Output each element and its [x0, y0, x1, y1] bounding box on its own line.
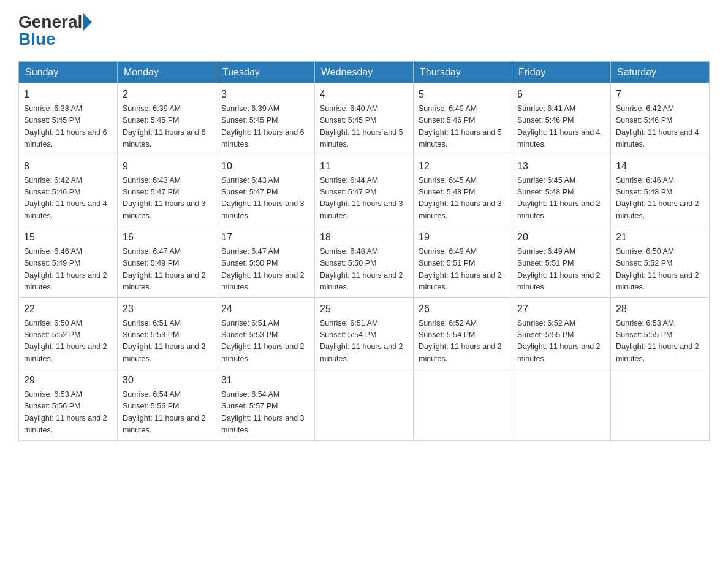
day-number: 30: [123, 373, 211, 388]
day-number: 6: [517, 87, 605, 102]
day-number: 16: [123, 230, 211, 245]
day-info: Sunrise: 6:45 AMSunset: 5:48 PMDaylight:…: [419, 175, 507, 223]
day-number: 22: [24, 302, 112, 316]
day-number: 12: [419, 159, 507, 174]
day-number: 31: [221, 373, 309, 388]
day-info: Sunrise: 6:44 AMSunset: 5:47 PMDaylight:…: [320, 175, 408, 223]
calendar-day-cell: 18Sunrise: 6:48 AMSunset: 5:50 PMDayligh…: [315, 226, 414, 298]
day-info: Sunrise: 6:49 AMSunset: 5:51 PMDaylight:…: [517, 246, 605, 294]
calendar-day-cell: 27Sunrise: 6:52 AMSunset: 5:55 PMDayligh…: [512, 297, 611, 369]
day-number: 8: [24, 159, 112, 174]
day-info: Sunrise: 6:51 AMSunset: 5:53 PMDaylight:…: [221, 318, 309, 366]
day-number: 28: [616, 302, 704, 316]
day-number: 17: [221, 230, 309, 245]
calendar-day-cell: 20Sunrise: 6:49 AMSunset: 5:51 PMDayligh…: [512, 226, 611, 298]
calendar-day-cell: 16Sunrise: 6:47 AMSunset: 5:49 PMDayligh…: [118, 226, 216, 298]
calendar-day-cell: 1Sunrise: 6:38 AMSunset: 5:45 PMDaylight…: [19, 83, 118, 155]
day-info: Sunrise: 6:49 AMSunset: 5:51 PMDaylight:…: [419, 246, 507, 294]
logo: General Blue: [18, 12, 92, 49]
calendar-day-cell: [414, 369, 512, 441]
calendar-day-cell: 26Sunrise: 6:52 AMSunset: 5:54 PMDayligh…: [414, 297, 512, 369]
day-number: 2: [123, 87, 211, 102]
day-info: Sunrise: 6:45 AMSunset: 5:48 PMDaylight:…: [517, 175, 605, 223]
calendar-day-cell: 11Sunrise: 6:44 AMSunset: 5:47 PMDayligh…: [315, 155, 414, 226]
calendar-day-cell: 9Sunrise: 6:43 AMSunset: 5:47 PMDaylight…: [118, 155, 216, 226]
day-number: 21: [616, 230, 704, 245]
calendar-day-cell: 15Sunrise: 6:46 AMSunset: 5:49 PMDayligh…: [19, 226, 118, 298]
calendar-day-cell: 4Sunrise: 6:40 AMSunset: 5:45 PMDaylight…: [315, 83, 414, 155]
calendar-day-cell: 21Sunrise: 6:50 AMSunset: 5:52 PMDayligh…: [611, 226, 710, 298]
weekday-header-sunday: Sunday: [19, 62, 118, 83]
calendar-week-row: 29Sunrise: 6:53 AMSunset: 5:56 PMDayligh…: [19, 369, 710, 441]
calendar-day-cell: 25Sunrise: 6:51 AMSunset: 5:54 PMDayligh…: [315, 297, 414, 369]
weekday-header-monday: Monday: [118, 62, 216, 83]
calendar-day-cell: 10Sunrise: 6:43 AMSunset: 5:47 PMDayligh…: [216, 155, 315, 226]
day-info: Sunrise: 6:43 AMSunset: 5:47 PMDaylight:…: [221, 175, 309, 223]
day-info: Sunrise: 6:54 AMSunset: 5:57 PMDaylight:…: [221, 389, 309, 437]
weekday-header-friday: Friday: [512, 62, 611, 83]
day-number: 7: [616, 87, 704, 102]
weekday-header-thursday: Thursday: [414, 62, 512, 83]
calendar-day-cell: 31Sunrise: 6:54 AMSunset: 5:57 PMDayligh…: [216, 369, 315, 441]
day-info: Sunrise: 6:51 AMSunset: 5:54 PMDaylight:…: [320, 318, 408, 366]
calendar-day-cell: 8Sunrise: 6:42 AMSunset: 5:46 PMDaylight…: [19, 155, 118, 226]
calendar-header-row: SundayMondayTuesdayWednesdayThursdayFrid…: [19, 62, 710, 83]
calendar-day-cell: 29Sunrise: 6:53 AMSunset: 5:56 PMDayligh…: [19, 369, 118, 441]
calendar-table: SundayMondayTuesdayWednesdayThursdayFrid…: [18, 61, 710, 441]
calendar-day-cell: 2Sunrise: 6:39 AMSunset: 5:45 PMDaylight…: [118, 83, 216, 155]
calendar-day-cell: 13Sunrise: 6:45 AMSunset: 5:48 PMDayligh…: [512, 155, 611, 226]
day-info: Sunrise: 6:52 AMSunset: 5:54 PMDaylight:…: [419, 318, 507, 366]
day-info: Sunrise: 6:42 AMSunset: 5:46 PMDaylight:…: [24, 175, 112, 223]
calendar-day-cell: 5Sunrise: 6:40 AMSunset: 5:46 PMDaylight…: [414, 83, 512, 155]
day-info: Sunrise: 6:39 AMSunset: 5:45 PMDaylight:…: [221, 103, 309, 151]
logo-blue-text: Blue: [18, 29, 56, 49]
day-info: Sunrise: 6:41 AMSunset: 5:46 PMDaylight:…: [517, 103, 605, 151]
day-info: Sunrise: 6:40 AMSunset: 5:45 PMDaylight:…: [320, 103, 408, 151]
day-info: Sunrise: 6:50 AMSunset: 5:52 PMDaylight:…: [616, 246, 704, 294]
calendar-day-cell: 12Sunrise: 6:45 AMSunset: 5:48 PMDayligh…: [414, 155, 512, 226]
day-info: Sunrise: 6:47 AMSunset: 5:50 PMDaylight:…: [221, 246, 309, 294]
day-number: 15: [24, 230, 112, 245]
day-number: 23: [123, 302, 211, 316]
day-number: 14: [616, 159, 704, 174]
day-info: Sunrise: 6:52 AMSunset: 5:55 PMDaylight:…: [517, 318, 605, 366]
day-info: Sunrise: 6:43 AMSunset: 5:47 PMDaylight:…: [123, 175, 211, 223]
day-info: Sunrise: 6:48 AMSunset: 5:50 PMDaylight:…: [320, 246, 408, 294]
day-info: Sunrise: 6:51 AMSunset: 5:53 PMDaylight:…: [123, 318, 211, 366]
day-info: Sunrise: 6:40 AMSunset: 5:46 PMDaylight:…: [419, 103, 507, 151]
day-number: 5: [419, 87, 507, 102]
day-number: 1: [24, 87, 112, 102]
day-number: 29: [24, 373, 112, 388]
day-number: 24: [221, 302, 309, 316]
calendar-day-cell: 23Sunrise: 6:51 AMSunset: 5:53 PMDayligh…: [118, 297, 216, 369]
calendar-week-row: 1Sunrise: 6:38 AMSunset: 5:45 PMDaylight…: [19, 83, 710, 155]
calendar-day-cell: 14Sunrise: 6:46 AMSunset: 5:48 PMDayligh…: [611, 155, 710, 226]
day-info: Sunrise: 6:50 AMSunset: 5:52 PMDaylight:…: [24, 318, 112, 366]
weekday-header-wednesday: Wednesday: [315, 62, 414, 83]
day-number: 25: [320, 302, 408, 316]
day-number: 20: [517, 230, 605, 245]
day-number: 9: [123, 159, 211, 174]
calendar-day-cell: 6Sunrise: 6:41 AMSunset: 5:46 PMDaylight…: [512, 83, 611, 155]
calendar-day-cell: [512, 369, 611, 441]
calendar-day-cell: 28Sunrise: 6:53 AMSunset: 5:55 PMDayligh…: [611, 297, 710, 369]
day-info: Sunrise: 6:39 AMSunset: 5:45 PMDaylight:…: [123, 103, 211, 151]
calendar-week-row: 8Sunrise: 6:42 AMSunset: 5:46 PMDaylight…: [19, 155, 710, 226]
calendar-week-row: 22Sunrise: 6:50 AMSunset: 5:52 PMDayligh…: [19, 297, 710, 369]
day-number: 19: [419, 230, 507, 245]
calendar-day-cell: 30Sunrise: 6:54 AMSunset: 5:56 PMDayligh…: [118, 369, 216, 441]
day-number: 27: [517, 302, 605, 316]
day-info: Sunrise: 6:53 AMSunset: 5:56 PMDaylight:…: [24, 389, 112, 437]
day-info: Sunrise: 6:53 AMSunset: 5:55 PMDaylight:…: [616, 318, 704, 366]
logo-blue-part: [82, 13, 92, 31]
calendar-day-cell: 24Sunrise: 6:51 AMSunset: 5:53 PMDayligh…: [216, 297, 315, 369]
day-info: Sunrise: 6:38 AMSunset: 5:45 PMDaylight:…: [24, 103, 112, 151]
day-number: 13: [517, 159, 605, 174]
day-number: 26: [419, 302, 507, 316]
day-number: 4: [320, 87, 408, 102]
logo-triangle-icon: [83, 13, 92, 31]
calendar-day-cell: 19Sunrise: 6:49 AMSunset: 5:51 PMDayligh…: [414, 226, 512, 298]
day-info: Sunrise: 6:46 AMSunset: 5:49 PMDaylight:…: [24, 246, 112, 294]
calendar-week-row: 15Sunrise: 6:46 AMSunset: 5:49 PMDayligh…: [19, 226, 710, 298]
page-header: General Blue: [18, 12, 710, 49]
